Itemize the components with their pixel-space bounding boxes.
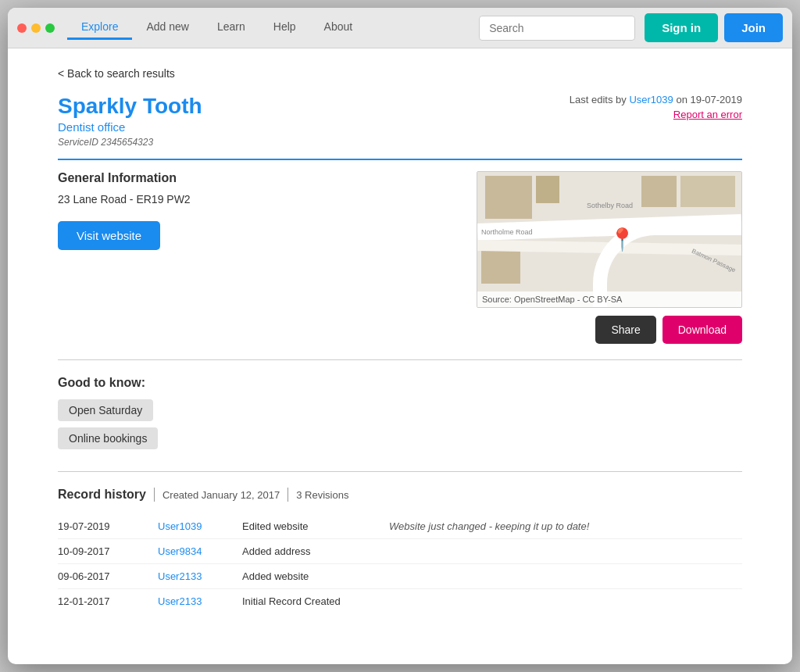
- history-action: Added website: [242, 570, 383, 582]
- history-action: Added address: [242, 545, 383, 557]
- business-name: Sparkly Tooth: [58, 94, 202, 119]
- history-user-link[interactable]: User1039: [158, 520, 236, 532]
- address: 23 Lane Road - ER19 PW2: [58, 193, 458, 206]
- map-actions: Share Download: [477, 316, 742, 344]
- history-revisions: 3 Revisions: [296, 489, 348, 501]
- close-button[interactable]: [17, 23, 27, 33]
- signin-button[interactable]: Sign in: [645, 13, 718, 42]
- tag-open-saturday: Open Saturday: [58, 399, 153, 421]
- history-created: Created January 12, 2017: [162, 489, 280, 501]
- history-separator: [154, 488, 155, 502]
- record-history-title: Record history: [58, 488, 146, 502]
- map-image: Sothelby Road Northolme Road Batmon Pass…: [477, 171, 742, 308]
- section-divider-1: [58, 359, 742, 360]
- history-rows: 19-07-2019 User1039 Edited website Websi…: [58, 514, 742, 613]
- traffic-lights: [17, 23, 55, 33]
- back-link[interactable]: < Back to search results: [58, 67, 742, 80]
- general-info-title: General Information: [58, 171, 458, 185]
- history-date: 09-06-2017: [58, 570, 152, 582]
- history-date: 19-07-2019: [58, 520, 152, 532]
- history-user-link[interactable]: User9834: [158, 545, 236, 557]
- service-id: ServiceID 2345654323: [58, 137, 202, 148]
- record-history-section: Record history Created January 12, 2017 …: [58, 488, 742, 613]
- download-button[interactable]: Download: [662, 316, 742, 344]
- titlebar: Explore Add new Learn Help About Sign in…: [8, 8, 792, 48]
- history-action: Initial Record Created: [242, 595, 383, 607]
- history-comment: [389, 595, 742, 607]
- nav-item-about[interactable]: About: [310, 16, 367, 40]
- header-divider: [58, 159, 742, 160]
- map-source: Source: OpenStreetMap - CC BY-SA: [477, 291, 741, 307]
- history-user-link[interactable]: User2133: [158, 595, 236, 607]
- app-window: Explore Add new Learn Help About Sign in…: [8, 8, 792, 664]
- record-history-header: Record history Created January 12, 2017 …: [58, 488, 742, 502]
- good-to-know-section: Good to know: Open Saturday Online booki…: [58, 376, 742, 456]
- tag-online-bookings: Online bookings: [58, 427, 158, 449]
- history-comment: Website just changed - keeping it up to …: [389, 520, 742, 532]
- nav-item-add-new[interactable]: Add new: [132, 16, 202, 40]
- history-comment: [389, 545, 742, 557]
- history-comment: [389, 570, 742, 582]
- edit-info: Last edits by User1039 on 19-07-2019: [570, 94, 742, 105]
- nav-item-explore[interactable]: Explore: [67, 16, 132, 40]
- history-user-link[interactable]: User2133: [158, 570, 236, 582]
- minimize-button[interactable]: [31, 23, 41, 33]
- table-row: 10-09-2017 User9834 Added address: [58, 539, 742, 564]
- business-type: Dentist office: [58, 120, 202, 134]
- table-row: 09-06-2017 User2133 Added website: [58, 564, 742, 589]
- navbar: Explore Add new Learn Help About Sign in…: [67, 13, 783, 42]
- business-header: Sparkly Tooth Dentist office ServiceID 2…: [58, 94, 742, 148]
- nav-item-help[interactable]: Help: [259, 16, 310, 40]
- section-divider-2: [58, 471, 742, 472]
- table-row: 19-07-2019 User1039 Edited website Websi…: [58, 514, 742, 539]
- main-layout: General Information 23 Lane Road - ER19 …: [58, 171, 742, 344]
- history-date: 10-09-2017: [58, 545, 152, 557]
- history-separator-2: [288, 488, 288, 502]
- history-action: Edited website: [242, 520, 383, 532]
- share-button[interactable]: Share: [595, 316, 655, 344]
- history-date: 12-01-2017: [58, 595, 152, 607]
- main-content: < Back to search results Sparkly Tooth D…: [8, 48, 792, 664]
- report-error-link[interactable]: Report an error: [570, 109, 742, 120]
- visit-website-button[interactable]: Visit website: [58, 221, 160, 250]
- map-container: Sothelby Road Northolme Road Batmon Pass…: [477, 171, 742, 344]
- table-row: 12-01-2017 User2133 Initial Record Creat…: [58, 589, 742, 613]
- left-column: General Information 23 Lane Road - ER19 …: [58, 171, 458, 266]
- nav-item-learn[interactable]: Learn: [203, 16, 259, 40]
- map-pin: 📍: [609, 229, 636, 251]
- last-edit-user-link[interactable]: User1039: [629, 94, 673, 105]
- join-button[interactable]: Join: [724, 13, 783, 42]
- good-to-know-title: Good to know:: [58, 376, 742, 390]
- search-input[interactable]: [479, 16, 635, 41]
- maximize-button[interactable]: [45, 23, 55, 33]
